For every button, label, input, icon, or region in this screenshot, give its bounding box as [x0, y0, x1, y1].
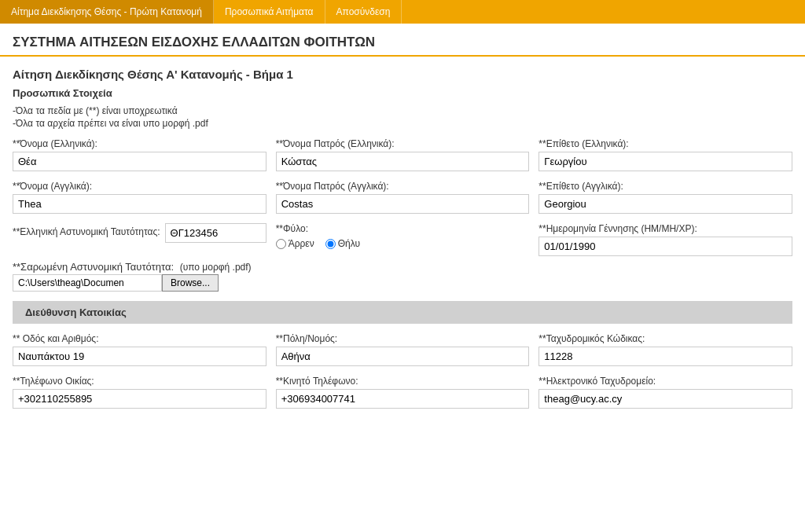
- group-email: **Ηλεκτρονικό Ταχυδρομείο:: [539, 376, 792, 409]
- notes-area: -Όλα τα πεδία με (**) είναι υποχρεωτικά …: [0, 101, 805, 138]
- id-inline-row: **Ελληνική Αστυνομική Ταυτότητας:: [13, 223, 266, 243]
- home-phone-input[interactable]: [13, 389, 266, 409]
- id-scan-label: **Σαρωμένη Αστυνομική Ταυτότητα:: [13, 261, 174, 273]
- top-navigation: Αίτημα Διεκδίκησης Θέσης - Πρώτη Κατανομ…: [0, 0, 805, 24]
- postal-label: **Ταχυδρομικός Κώδικας:: [539, 333, 792, 344]
- father-name-en-input[interactable]: [276, 194, 530, 214]
- group-last-name-en: **Επίθετο (Αγγλικά):: [539, 181, 792, 214]
- address-section-bar: Διεύθυνση Κατοικίας: [13, 301, 792, 324]
- form-title: Αίτηση Διεκδίκησης Θέσης Α' Κατανομής - …: [0, 57, 805, 84]
- gender-female-radio[interactable]: [325, 239, 336, 249]
- id-label: **Ελληνική Αστυνομική Ταυτότητας:: [13, 226, 160, 237]
- row-names-en: **Όνομα (Αγγλικά): **Όνομα Πατρός (Αγγλι…: [13, 181, 792, 214]
- birthdate-label: **Ημερομηνία Γέννησης (ΗΜ/ΜΗ/ΧΡ):: [539, 223, 792, 234]
- group-father-name-gr: **Όνομα Πατρός (Ελληνικά):: [276, 138, 530, 171]
- email-label: **Ηλεκτρονικό Ταχυδρομείο:: [539, 376, 792, 387]
- home-phone-label: **Τηλέφωνο Οικίας:: [13, 376, 266, 387]
- street-input[interactable]: [13, 347, 266, 366]
- first-name-en-input[interactable]: [13, 194, 266, 214]
- city-input[interactable]: [276, 347, 530, 366]
- gender-male-radio[interactable]: [276, 239, 286, 249]
- group-mobile: **Κινητό Τηλέφωνο:: [276, 376, 530, 409]
- row-id-scan: **Σαρωμένη Αστυνομική Ταυτότητα: (υπο μο…: [13, 261, 792, 292]
- nav-logout[interactable]: Αποσύνδεση: [325, 0, 402, 24]
- gender-radio-group: Άρρεν Θήλυ: [276, 238, 530, 251]
- nav-personal-requests[interactable]: Προσωπικά Αιτήματα: [214, 0, 325, 24]
- father-name-gr-input[interactable]: [276, 152, 530, 171]
- row-contact: **Τηλέφωνο Οικίας: **Κινητό Τηλέφωνο: **…: [13, 376, 792, 409]
- file-upload-row: Browse...: [13, 274, 792, 292]
- group-father-name-en: **Όνομα Πατρός (Αγγλικά):: [276, 181, 530, 214]
- note-pdf: -Όλα τα αρχεία πρέπει να είναι υπο μορφή…: [13, 118, 792, 129]
- file-path-input[interactable]: [13, 274, 162, 292]
- first-name-gr-input[interactable]: [13, 152, 266, 171]
- gender-male-option[interactable]: Άρρεν: [276, 238, 314, 249]
- group-first-name-gr: **Όνομα (Ελληνικά):: [13, 138, 266, 171]
- nav-first-allocation[interactable]: Αίτημα Διεκδίκησης Θέσης - Πρώτη Κατανομ…: [0, 0, 214, 24]
- first-name-en-label: **Όνομα (Αγγλικά):: [13, 181, 266, 192]
- group-first-name-en: **Όνομα (Αγγλικά):: [13, 181, 266, 214]
- street-label: ** Οδός και Αριθμός:: [13, 333, 266, 344]
- gender-female-option[interactable]: Θήλυ: [325, 238, 360, 249]
- group-id: **Ελληνική Αστυνομική Ταυτότητας:: [13, 223, 266, 256]
- last-name-gr-label: **Επίθετο (Ελληνικά):: [539, 138, 792, 149]
- birthdate-input[interactable]: [539, 237, 792, 256]
- row-names-gr: **Όνομα (Ελληνικά): **Όνομα Πατρός (Ελλη…: [13, 138, 792, 171]
- note-required: -Όλα τα πεδία με (**) είναι υποχρεωτικά: [13, 105, 792, 116]
- city-label: **Πόλη/Νομός:: [276, 333, 530, 344]
- father-name-en-label: **Όνομα Πατρός (Αγγλικά):: [276, 181, 530, 192]
- main-title: ΣΥΣΤΗΜΑ ΑΙΤΗΣΕΩΝ ΕΙΣΔΟΧΗΣ ΕΛΛΑΔΙΤΩΝ ΦΟΙΤ…: [0, 24, 805, 57]
- row-id-gender-birth: **Ελληνική Αστυνομική Ταυτότητας: **Φύλο…: [13, 223, 792, 256]
- group-home-phone: **Τηλέφωνο Οικίας:: [13, 376, 266, 409]
- father-name-gr-label: **Όνομα Πατρός (Ελληνικά):: [276, 138, 530, 149]
- gender-label: **Φύλο:: [276, 223, 530, 234]
- group-postal: **Ταχυδρομικός Κώδικας:: [539, 333, 792, 366]
- email-input[interactable]: [539, 389, 792, 409]
- row-address: ** Οδός και Αριθμός: **Πόλη/Νομός: **Ταχ…: [13, 333, 792, 366]
- form-area: **Όνομα (Ελληνικά): **Όνομα Πατρός (Ελλη…: [0, 138, 805, 409]
- group-last-name-gr: **Επίθετο (Ελληνικά):: [539, 138, 792, 171]
- group-street: ** Οδός και Αριθμός:: [13, 333, 266, 366]
- group-gender: **Φύλο: Άρρεν Θήλυ: [276, 223, 530, 256]
- gender-male-label: Άρρεν: [289, 238, 314, 249]
- last-name-gr-input[interactable]: [539, 152, 792, 171]
- gender-female-label: Θήλυ: [338, 238, 360, 249]
- postal-input[interactable]: [539, 347, 792, 366]
- group-birthdate: **Ημερομηνία Γέννησης (ΗΜ/ΜΗ/ΧΡ):: [539, 223, 792, 256]
- id-input[interactable]: [165, 223, 266, 243]
- mobile-input[interactable]: [276, 389, 530, 409]
- first-name-gr-label: **Όνομα (Ελληνικά):: [13, 138, 266, 149]
- browse-button[interactable]: Browse...: [162, 274, 219, 292]
- id-scan-sublabel: (υπο μορφή .pdf): [180, 262, 252, 273]
- personal-section-title: Προσωπικά Στοιχεία: [0, 84, 805, 101]
- group-city: **Πόλη/Νομός:: [276, 333, 530, 366]
- last-name-en-input[interactable]: [539, 194, 792, 214]
- last-name-en-label: **Επίθετο (Αγγλικά):: [539, 181, 792, 192]
- id-scan-label-row: **Σαρωμένη Αστυνομική Ταυτότητα: (υπο μο…: [13, 261, 792, 273]
- mobile-label: **Κινητό Τηλέφωνο:: [276, 376, 530, 387]
